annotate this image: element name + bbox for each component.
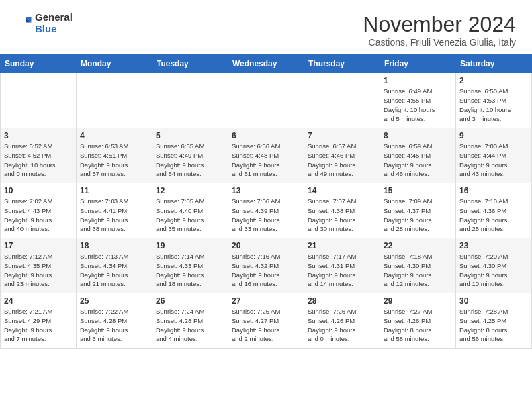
calendar-cell: 22Sunrise: 7:18 AM Sunset: 4:30 PM Dayli… (380, 238, 456, 293)
calendar-cell: 4Sunrise: 6:53 AM Sunset: 4:51 PM Daylig… (77, 128, 152, 183)
day-info: Sunrise: 7:27 AM Sunset: 4:26 PM Dayligh… (384, 307, 452, 344)
day-number: 2 (459, 76, 528, 85)
day-info: Sunrise: 7:12 AM Sunset: 4:35 PM Dayligh… (4, 252, 73, 289)
header-monday: Monday (77, 55, 152, 73)
calendar-cell: 7Sunrise: 6:57 AM Sunset: 4:46 PM Daylig… (304, 128, 380, 183)
calendar-cell: 10Sunrise: 7:02 AM Sunset: 4:43 PM Dayli… (1, 183, 77, 238)
calendar-week-5: 24Sunrise: 7:21 AM Sunset: 4:29 PM Dayli… (1, 293, 532, 349)
day-number: 26 (156, 296, 224, 306)
day-info: Sunrise: 7:17 AM Sunset: 4:31 PM Dayligh… (308, 252, 376, 289)
calendar-cell: 3Sunrise: 6:52 AM Sunset: 4:52 PM Daylig… (1, 128, 77, 183)
day-info: Sunrise: 7:21 AM Sunset: 4:29 PM Dayligh… (4, 307, 73, 344)
day-info: Sunrise: 7:09 AM Sunset: 4:37 PM Dayligh… (384, 197, 452, 234)
day-info: Sunrise: 7:10 AM Sunset: 4:36 PM Dayligh… (459, 197, 528, 234)
calendar-cell: 15Sunrise: 7:09 AM Sunset: 4:37 PM Dayli… (380, 183, 456, 238)
day-info: Sunrise: 7:03 AM Sunset: 4:41 PM Dayligh… (80, 197, 148, 234)
day-number: 19 (156, 241, 224, 250)
calendar-cell: 14Sunrise: 7:07 AM Sunset: 4:38 PM Dayli… (304, 183, 380, 238)
day-info: Sunrise: 7:00 AM Sunset: 4:44 PM Dayligh… (459, 142, 528, 179)
day-info: Sunrise: 6:59 AM Sunset: 4:45 PM Dayligh… (384, 142, 452, 179)
day-number: 23 (459, 241, 528, 250)
day-info: Sunrise: 7:07 AM Sunset: 4:38 PM Dayligh… (308, 197, 376, 234)
calendar-cell (152, 73, 228, 128)
calendar-week-2: 3Sunrise: 6:52 AM Sunset: 4:52 PM Daylig… (1, 128, 532, 183)
day-info: Sunrise: 6:55 AM Sunset: 4:49 PM Dayligh… (156, 142, 224, 179)
logo-blue: Blue (35, 24, 73, 35)
title-block: November 2024 Castions, Friuli Venezia G… (363, 12, 516, 48)
day-info: Sunrise: 7:20 AM Sunset: 4:30 PM Dayligh… (459, 252, 528, 289)
calendar-cell: 28Sunrise: 7:26 AM Sunset: 4:26 PM Dayli… (304, 293, 380, 349)
day-info: Sunrise: 7:24 AM Sunset: 4:28 PM Dayligh… (156, 307, 224, 344)
day-number: 29 (384, 296, 452, 306)
day-number: 24 (4, 296, 73, 306)
calendar-header-row: SundayMondayTuesdayWednesdayThursdayFrid… (1, 55, 532, 73)
day-number: 3 (4, 131, 73, 140)
day-info: Sunrise: 6:56 AM Sunset: 4:48 PM Dayligh… (232, 142, 300, 179)
calendar-cell: 18Sunrise: 7:13 AM Sunset: 4:34 PM Dayli… (77, 238, 152, 293)
calendar-cell: 30Sunrise: 7:28 AM Sunset: 4:25 PM Dayli… (456, 293, 532, 349)
day-info: Sunrise: 7:25 AM Sunset: 4:27 PM Dayligh… (232, 307, 300, 344)
calendar-week-4: 17Sunrise: 7:12 AM Sunset: 4:35 PM Dayli… (1, 238, 532, 293)
day-number: 16 (459, 186, 528, 195)
calendar-cell: 29Sunrise: 7:27 AM Sunset: 4:26 PM Dayli… (380, 293, 456, 349)
calendar-week-1: 1Sunrise: 6:49 AM Sunset: 4:55 PM Daylig… (1, 73, 532, 128)
calendar-cell: 5Sunrise: 6:55 AM Sunset: 4:49 PM Daylig… (152, 128, 228, 183)
logo-icon (12, 13, 32, 34)
day-number: 4 (80, 131, 148, 140)
calendar-cell: 26Sunrise: 7:24 AM Sunset: 4:28 PM Dayli… (152, 293, 228, 349)
logo-general: General (35, 12, 73, 24)
day-info: Sunrise: 7:28 AM Sunset: 4:25 PM Dayligh… (459, 307, 528, 344)
day-number: 6 (232, 131, 300, 140)
calendar-cell: 1Sunrise: 6:49 AM Sunset: 4:55 PM Daylig… (380, 73, 456, 128)
day-info: Sunrise: 6:50 AM Sunset: 4:53 PM Dayligh… (459, 87, 528, 124)
day-number: 18 (80, 241, 148, 250)
header-tuesday: Tuesday (152, 55, 228, 73)
day-number: 5 (156, 131, 224, 140)
day-number: 30 (459, 296, 528, 306)
day-number: 25 (80, 296, 148, 306)
day-info: Sunrise: 7:02 AM Sunset: 4:43 PM Dayligh… (4, 197, 73, 234)
day-info: Sunrise: 7:05 AM Sunset: 4:40 PM Dayligh… (156, 197, 224, 234)
header-wednesday: Wednesday (228, 55, 304, 73)
page-header: General Blue November 2024 Castions, Fri… (0, 0, 532, 54)
location-subtitle: Castions, Friuli Venezia Giulia, Italy (363, 37, 516, 48)
day-number: 12 (156, 186, 224, 195)
day-number: 14 (308, 186, 376, 195)
calendar-cell: 8Sunrise: 6:59 AM Sunset: 4:45 PM Daylig… (380, 128, 456, 183)
day-info: Sunrise: 6:49 AM Sunset: 4:55 PM Dayligh… (384, 87, 452, 124)
day-number: 13 (232, 186, 300, 195)
calendar-cell: 12Sunrise: 7:05 AM Sunset: 4:40 PM Dayli… (152, 183, 228, 238)
day-info: Sunrise: 7:26 AM Sunset: 4:26 PM Dayligh… (308, 307, 376, 344)
day-info: Sunrise: 7:14 AM Sunset: 4:33 PM Dayligh… (156, 252, 224, 289)
calendar-cell: 20Sunrise: 7:16 AM Sunset: 4:32 PM Dayli… (228, 238, 304, 293)
calendar-cell (77, 73, 152, 128)
header-saturday: Saturday (456, 55, 532, 73)
day-number: 1 (384, 76, 452, 85)
calendar-cell: 21Sunrise: 7:17 AM Sunset: 4:31 PM Dayli… (304, 238, 380, 293)
day-number: 27 (232, 296, 300, 306)
day-info: Sunrise: 6:52 AM Sunset: 4:52 PM Dayligh… (4, 142, 73, 179)
day-number: 21 (308, 241, 376, 250)
header-sunday: Sunday (1, 55, 77, 73)
calendar-week-3: 10Sunrise: 7:02 AM Sunset: 4:43 PM Dayli… (1, 183, 532, 238)
calendar-cell: 17Sunrise: 7:12 AM Sunset: 4:35 PM Dayli… (1, 238, 77, 293)
day-number: 22 (384, 241, 452, 250)
day-number: 15 (384, 186, 452, 195)
header-thursday: Thursday (304, 55, 380, 73)
day-info: Sunrise: 7:16 AM Sunset: 4:32 PM Dayligh… (232, 252, 300, 289)
logo: General Blue (12, 12, 73, 34)
day-info: Sunrise: 7:13 AM Sunset: 4:34 PM Dayligh… (80, 252, 148, 289)
calendar-cell: 27Sunrise: 7:25 AM Sunset: 4:27 PM Dayli… (228, 293, 304, 349)
day-info: Sunrise: 6:57 AM Sunset: 4:46 PM Dayligh… (308, 142, 376, 179)
calendar-cell: 23Sunrise: 7:20 AM Sunset: 4:30 PM Dayli… (456, 238, 532, 293)
day-info: Sunrise: 7:18 AM Sunset: 4:30 PM Dayligh… (384, 252, 452, 289)
calendar-cell (304, 73, 380, 128)
header-friday: Friday (380, 55, 456, 73)
day-info: Sunrise: 7:22 AM Sunset: 4:28 PM Dayligh… (80, 307, 148, 344)
calendar-cell: 24Sunrise: 7:21 AM Sunset: 4:29 PM Dayli… (1, 293, 77, 349)
calendar-cell: 19Sunrise: 7:14 AM Sunset: 4:33 PM Dayli… (152, 238, 228, 293)
calendar-cell: 11Sunrise: 7:03 AM Sunset: 4:41 PM Dayli… (77, 183, 152, 238)
calendar-cell: 25Sunrise: 7:22 AM Sunset: 4:28 PM Dayli… (77, 293, 152, 349)
calendar-cell: 2Sunrise: 6:50 AM Sunset: 4:53 PM Daylig… (456, 73, 532, 128)
day-number: 10 (4, 186, 73, 195)
